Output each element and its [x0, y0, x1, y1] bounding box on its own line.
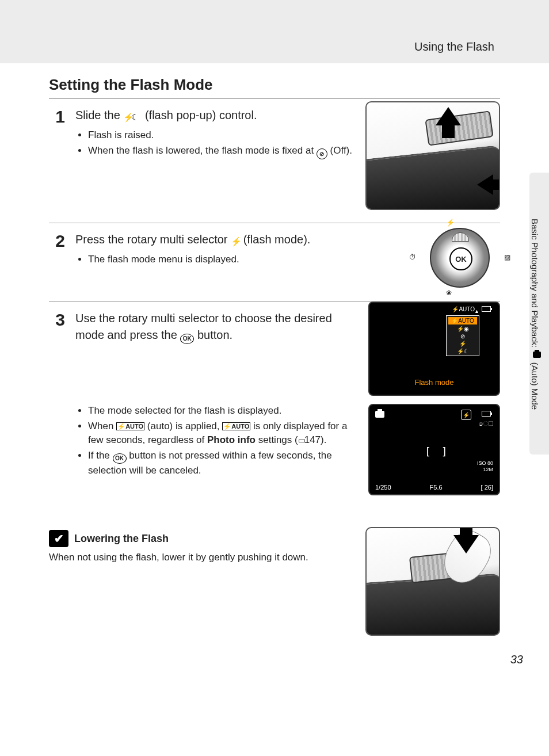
arrow-left-icon: [477, 174, 493, 195]
flash-indicator-icon: ⚡: [461, 410, 471, 420]
flash-bolt-icon: ⚡: [446, 219, 455, 227]
figure-lcd-flash-menu: ⚡AUTO ▲ ⚡AUTO ⚡◉ ⊘ ⚡ ⚡☾ Flash mode: [368, 301, 500, 396]
figure-rotary-selector: OK ⚡ ❀ ⏱ ▨: [420, 222, 500, 291]
step-3: 3 Use the rotary multi selector to choos…: [49, 304, 354, 396]
crescent-icon: [132, 108, 142, 117]
note-text: When not using the flash, lower it by ge…: [49, 552, 345, 563]
step-title: Press the rotary multi selector (flash m…: [75, 231, 356, 248]
exposure-comp-icon: ▨: [504, 253, 510, 261]
menu-item-auto: ⚡AUTO: [448, 317, 477, 324]
battery-icon: [482, 411, 491, 417]
shutter-speed: 1/250: [375, 484, 391, 491]
step-number: 1: [49, 107, 65, 210]
vibration-reduction-icon: ෙ☐: [479, 420, 493, 427]
flash-auto-solid-icon: ⚡AUTO: [116, 422, 144, 430]
bullet-item: The flash mode menu is displayed.: [88, 253, 356, 267]
step-title: Slide the (flash pop-up) control.: [75, 107, 354, 124]
figure-lcd-shooting-display: ⚡ ෙ☐ [] ISO 80 12M 1/250 F5.6 [ 26]: [368, 404, 500, 495]
menu-item-redeye: ⚡◉: [448, 326, 477, 332]
image-size: 12M: [477, 467, 493, 473]
divider: [49, 98, 500, 99]
note-title: Lowering the Flash: [74, 533, 169, 545]
aperture-value: F5.6: [430, 484, 443, 491]
step-number: 3: [49, 310, 65, 396]
step-1: 1 Slide the (flash pop-up) control. Flas…: [49, 101, 354, 210]
page-title: Setting the Flash Mode: [49, 76, 500, 94]
arrow-down-icon: [453, 535, 479, 553]
page-header-band: Using the Flash: [0, 0, 549, 63]
step-title: Use the rotary multi selector to choose …: [75, 310, 354, 344]
ok-button-icon: OK: [180, 334, 194, 344]
battery-icon: [482, 306, 491, 312]
menu-item-slow: ⚡☾: [448, 348, 477, 354]
book-reference-icon: [298, 434, 304, 445]
bullet-item: Flash is raised.: [88, 128, 354, 143]
remaining-shots: [ 26]: [481, 484, 493, 491]
figure-lowering-flash: [365, 527, 500, 636]
step-number: 2: [49, 231, 65, 291]
step-2: 2 Press the rotary multi selector (flash…: [49, 226, 356, 291]
ok-button-label: OK: [449, 247, 472, 270]
flash-bolt-icon: [231, 232, 240, 242]
flash-auto-outline-icon: ⚡AUTO: [222, 422, 250, 430]
focus-brackets: []: [425, 445, 458, 457]
iso-value: ISO 80: [477, 460, 493, 467]
bullet-item: The mode selected for the flash is displ…: [88, 404, 354, 418]
ok-button-icon: OK: [113, 453, 127, 464]
side-chapter-label: Basic Photography and Playback: (Auto) M…: [530, 219, 541, 410]
lcd-menu-label: Flash mode: [369, 378, 499, 387]
bullet-item: When ⚡AUTO (auto) is applied, ⚡AUTO is o…: [88, 419, 354, 448]
section-header: Using the Flash: [414, 40, 494, 54]
menu-item-off: ⊘: [448, 333, 477, 339]
flash-mode-menu: ⚡AUTO ⚡◉ ⊘ ⚡ ⚡☾: [446, 315, 479, 356]
page-number: 33: [0, 636, 549, 678]
note-check-icon: ✔: [49, 530, 68, 547]
camera-mode-icon: [375, 411, 384, 418]
menu-item-fill: ⚡: [448, 341, 477, 347]
bullet-item: When the flash is lowered, the flash mod…: [88, 144, 354, 160]
macro-icon: ❀: [446, 289, 452, 297]
self-timer-icon: ⏱: [409, 253, 416, 261]
arrow-up-icon: [436, 107, 461, 125]
flash-off-icon: ⊘: [317, 148, 327, 159]
bullet-item: If the OK button is not pressed within a…: [88, 449, 354, 478]
figure-flash-popup: [365, 101, 500, 210]
camera-icon: [533, 352, 541, 358]
